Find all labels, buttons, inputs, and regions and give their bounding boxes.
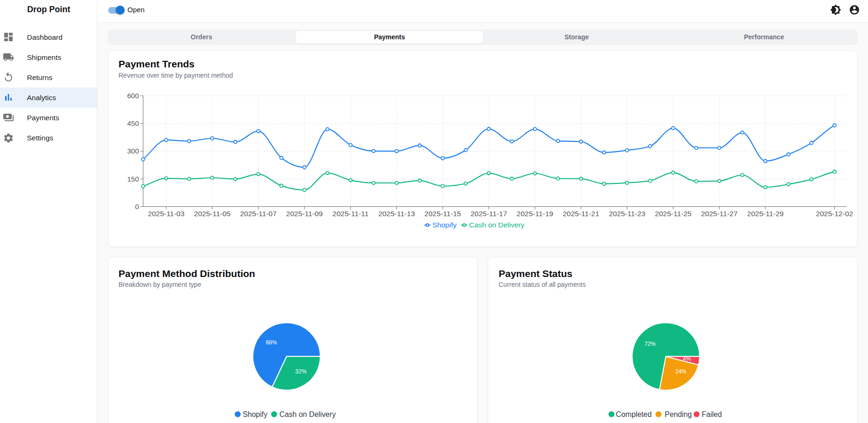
svg-text:600: 600 [127,92,139,100]
svg-text:450: 450 [127,119,139,127]
svg-text:0: 0 [135,203,139,211]
svg-text:2025-11-03: 2025-11-03 [148,210,185,218]
svg-text:2025-11-09: 2025-11-09 [286,210,323,218]
svg-text:150: 150 [127,175,139,183]
svg-text:2025-11-21: 2025-11-21 [563,210,599,218]
svg-text:4%: 4% [683,356,691,362]
svg-text:Pending: Pending [665,410,692,418]
svg-text:24%: 24% [675,368,686,375]
svg-text:2025-11-07: 2025-11-07 [240,210,276,218]
svg-text:Cash on Delivery: Cash on Delivery [280,410,336,418]
svg-text:72%: 72% [645,341,656,347]
svg-text:2025-11-17: 2025-11-17 [470,210,507,218]
svg-text:Failed: Failed [702,410,722,418]
svg-text:Shopify: Shopify [243,410,267,418]
svg-text:2025-11-15: 2025-11-15 [424,210,461,218]
svg-text:2025-11-29: 2025-11-29 [747,210,784,218]
svg-text:2025-11-23: 2025-11-23 [609,210,645,218]
svg-text:Shopify: Shopify [432,221,457,229]
svg-text:2025-11-19: 2025-11-19 [517,210,553,218]
svg-text:2025-11-27: 2025-11-27 [701,210,737,218]
svg-text:2025-11-11: 2025-11-11 [333,210,369,218]
svg-text:68%: 68% [266,339,277,346]
svg-text:2025-12-02: 2025-12-02 [816,210,853,218]
svg-text:300: 300 [127,147,139,155]
svg-text:Completed: Completed [616,410,652,418]
svg-text:32%: 32% [295,368,306,375]
svg-text:2025-11-13: 2025-11-13 [378,210,415,218]
svg-text:2025-11-05: 2025-11-05 [194,210,230,218]
svg-text:2025-11-25: 2025-11-25 [655,210,691,218]
svg-text:Cash on Delivery: Cash on Delivery [469,221,525,229]
